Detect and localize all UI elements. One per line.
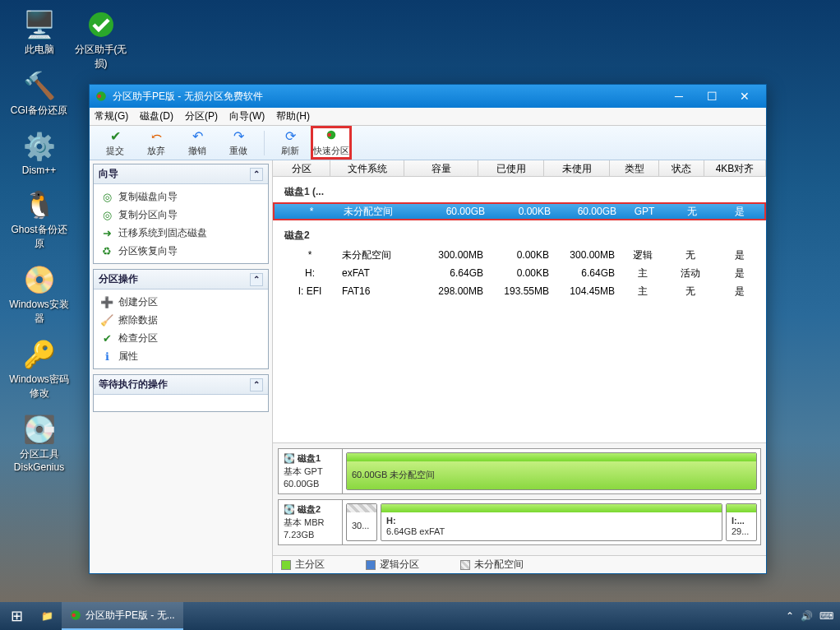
- redo-icon: ↷: [233, 128, 244, 144]
- disk2-row0[interactable]: *未分配空间300.00MB0.00KB300.00MB逻辑无是: [273, 246, 766, 264]
- col-4k-align[interactable]: 4KB对齐: [704, 160, 766, 176]
- right-panel: 分区 文件系统 容量 已使用 未使用 类型 状态 4KB对齐 磁盘1 (... …: [273, 160, 766, 573]
- titlebar[interactable]: 分区助手PE版 - 无损分区免费软件 ─ ☐ ✕: [90, 85, 766, 108]
- create-partition[interactable]: ➕创建分区: [94, 293, 268, 311]
- check-icon: ✔: [110, 128, 121, 144]
- grid-body: 磁盘1 (... *未分配空间60.00GB0.00KB60.00GBGPT无是…: [273, 177, 766, 442]
- menu-wizard[interactable]: 向导(W): [229, 109, 265, 123]
- partition-copy-icon: ◎: [100, 208, 113, 221]
- left-panel: 向导⌃ ◎复制磁盘向导 ◎复制分区向导 ➜迁移系统到固态磁盘 ♻分区恢复向导 分…: [90, 160, 273, 573]
- menubar: 常规(G) 磁盘(D) 分区(P) 向导(W) 帮助(H): [90, 108, 766, 126]
- toolbar: ✔提交 ⤺放弃 ↶撤销 ↷重做 ⟳刷新 快速分区: [90, 126, 766, 160]
- copy-partition-wizard[interactable]: ◎复制分区向导: [94, 206, 268, 224]
- desktop-icon-ghost[interactable]: 🐧Ghost备份还原: [8, 188, 70, 251]
- toolbar-separator: [264, 131, 265, 155]
- discard-icon: ⤺: [151, 128, 162, 144]
- col-free[interactable]: 未使用: [544, 160, 610, 176]
- commit-button[interactable]: ✔提交: [95, 126, 136, 160]
- check-icon: ✔: [100, 331, 113, 345]
- tray-up-icon[interactable]: ⌃: [786, 610, 794, 622]
- svg-point-6: [72, 614, 76, 618]
- refresh-icon: ⟳: [285, 128, 296, 144]
- disk1-visual[interactable]: 💽磁盘1基本 GPT60.00GB 60.00GB 未分配空间: [278, 448, 761, 494]
- desktop-icons-col1: 🖥️此电脑 🔨CGI备份还原 ⚙️Dism++ 🐧Ghost备份还原 📀Wind…: [8, 8, 70, 473]
- col-filesystem[interactable]: 文件系统: [330, 160, 404, 176]
- disk-copy-icon: ◎: [100, 190, 113, 203]
- col-partition[interactable]: 分区: [273, 160, 330, 176]
- col-used[interactable]: 已使用: [478, 160, 544, 176]
- operations-panel: 分区操作⌃ ➕创建分区 🧹擦除数据 ✔检查分区 ℹ属性: [93, 269, 269, 369]
- partition-recovery-wizard[interactable]: ♻分区恢复向导: [94, 242, 268, 260]
- menu-general[interactable]: 常规(G): [95, 109, 128, 123]
- keyboard-icon[interactable]: ⌨: [819, 610, 833, 622]
- minimize-button[interactable]: ─: [662, 88, 695, 104]
- col-capacity[interactable]: 容量: [404, 160, 478, 176]
- disk1-unallocated-bar[interactable]: 60.00GB 未分配空间: [346, 452, 757, 490]
- start-button[interactable]: ⊞: [0, 602, 33, 630]
- system-tray[interactable]: ⌃🔊⌨: [779, 610, 840, 622]
- taskbar: ⊞ 📁 分区助手PE版 - 无... ⌃🔊⌨: [0, 602, 840, 630]
- desktop-icon-cgi[interactable]: 🔨CGI备份还原: [8, 69, 70, 118]
- legend-free-swatch: [460, 560, 470, 570]
- disk2-visual[interactable]: 💽磁盘2基本 MBR7.23GB 30... H:6.64GB exFAT I:…: [278, 499, 761, 545]
- menu-help[interactable]: 帮助(H): [276, 109, 310, 123]
- menu-partition[interactable]: 分区(P): [185, 109, 218, 123]
- disk-icon: 💽: [284, 453, 295, 464]
- quick-partition-icon: [325, 129, 337, 144]
- legend: 主分区 逻辑分区 未分配空间: [273, 555, 766, 573]
- col-type[interactable]: 类型: [610, 160, 659, 176]
- disk1-group[interactable]: 磁盘1 (...: [273, 177, 766, 202]
- window-title: 分区助手PE版 - 无损分区免费软件: [113, 90, 263, 104]
- collapse-icon[interactable]: ⌃: [250, 273, 263, 286]
- collapse-icon[interactable]: ⌃: [250, 378, 263, 391]
- check-partition[interactable]: ✔检查分区: [94, 329, 268, 347]
- disk1-row0[interactable]: *未分配空间60.00GB0.00KB60.00GBGPT无是: [273, 202, 766, 220]
- desktop-icon-pc[interactable]: 🖥️此电脑: [8, 8, 70, 57]
- copy-disk-wizard[interactable]: ◎复制磁盘向导: [94, 188, 268, 206]
- volume-icon[interactable]: 🔊: [801, 610, 813, 622]
- migrate-os-wizard[interactable]: ➜迁移系统到固态磁盘: [94, 224, 268, 242]
- app-icon: [95, 90, 108, 103]
- disk2-bar1[interactable]: H:6.64GB exFAT: [381, 503, 722, 541]
- collapse-icon[interactable]: ⌃: [250, 168, 263, 181]
- legend-primary-swatch: [281, 560, 291, 570]
- maximize-button[interactable]: ☐: [695, 88, 728, 104]
- redo-button[interactable]: ↷重做: [218, 126, 259, 160]
- taskbar-explorer[interactable]: 📁: [33, 602, 62, 630]
- disk2-row1[interactable]: H:exFAT6.64GB0.00KB6.64GB主活动是: [273, 264, 766, 282]
- col-status[interactable]: 状态: [659, 160, 704, 176]
- wipe-icon: 🧹: [100, 313, 113, 327]
- desktop-icon-wininstall[interactable]: 📀Windows安装器: [8, 263, 70, 326]
- undo-button[interactable]: ↶撤销: [177, 126, 218, 160]
- refresh-button[interactable]: ⟳刷新: [270, 126, 311, 160]
- discard-button[interactable]: ⤺放弃: [136, 126, 177, 160]
- create-icon: ➕: [100, 295, 113, 308]
- disk2-bar0[interactable]: 30...: [346, 503, 377, 541]
- pending-panel-title: 等待执行的操作: [99, 378, 168, 391]
- properties[interactable]: ℹ属性: [94, 347, 268, 365]
- disk2-bar2[interactable]: I:...29...: [726, 503, 757, 541]
- quick-partition-button[interactable]: 快速分区: [311, 126, 352, 160]
- disk2-group[interactable]: 磁盘2: [273, 220, 766, 246]
- desktop-icon-winpass[interactable]: 🔑Windows密码修改: [8, 338, 70, 401]
- desktop-icon-diskgenius[interactable]: 💽分区工具DiskGenius: [8, 413, 70, 473]
- menu-disk[interactable]: 磁盘(D): [140, 109, 173, 123]
- svg-point-4: [327, 132, 331, 137]
- pending-panel: 等待执行的操作⌃: [93, 374, 269, 412]
- properties-icon: ℹ: [100, 350, 113, 363]
- operations-panel-title: 分区操作: [99, 272, 138, 286]
- disk2-row2[interactable]: I: EFIFAT16298.00MB193.55MB104.45MB主无是: [273, 282, 766, 300]
- wipe-data[interactable]: 🧹擦除数据: [94, 311, 268, 329]
- svg-point-2: [97, 95, 101, 99]
- desktop-icons-col2: 分区助手(无损): [70, 8, 132, 71]
- close-button[interactable]: ✕: [728, 88, 761, 104]
- migrate-icon: ➜: [100, 226, 113, 239]
- desktop-icon-partition-assistant[interactable]: 分区助手(无损): [70, 8, 132, 71]
- partition-assistant-window: 分区助手PE版 - 无损分区免费软件 ─ ☐ ✕ 常规(G) 磁盘(D) 分区(…: [89, 84, 767, 574]
- grid-header: 分区 文件系统 容量 已使用 未使用 类型 状态 4KB对齐: [273, 160, 766, 177]
- undo-icon: ↶: [192, 128, 203, 144]
- desktop-icon-dism[interactable]: ⚙️Dism++: [8, 130, 70, 176]
- legend-logical-swatch: [366, 560, 376, 570]
- taskbar-app[interactable]: 分区助手PE版 - 无...: [62, 602, 183, 630]
- disk-icon: 💽: [284, 504, 295, 515]
